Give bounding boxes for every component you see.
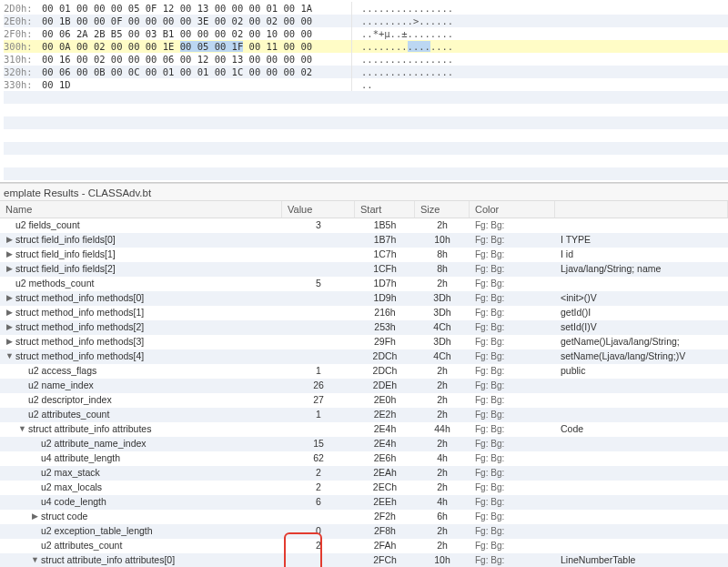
chevron-right-icon[interactable]: ▶ xyxy=(5,233,14,247)
hex-bytes[interactable]: 00 01 00 00 00 05 0F 12 00 13 00 00 00 0… xyxy=(42,2,351,15)
cell-value[interactable] xyxy=(282,553,355,567)
table-row[interactable]: ▶struct method_info methods[0]1D9h3DhFg:… xyxy=(0,291,728,306)
col-header-comment[interactable] xyxy=(555,201,728,218)
cell-color[interactable]: Fg: Bg: xyxy=(470,408,555,421)
cell-color[interactable]: Fg: Bg: xyxy=(470,233,555,247)
hex-row[interactable]: 2E0h:00 1B 00 00 0F 00 00 00 00 3E 00 02… xyxy=(4,15,728,27)
cell-value[interactable]: 2 xyxy=(282,481,355,494)
hex-row[interactable]: 310h:00 16 00 02 00 00 00 06 00 12 00 13… xyxy=(4,53,728,66)
col-header-start[interactable]: Start xyxy=(355,201,415,218)
cell-value[interactable] xyxy=(282,291,355,305)
cell-value[interactable] xyxy=(282,320,355,334)
chevron-right-icon[interactable]: ▶ xyxy=(5,291,14,305)
cell-name[interactable]: u2 access_flags xyxy=(0,364,282,378)
cell-name[interactable]: u2 max_stack xyxy=(0,466,282,480)
cell-color[interactable]: Fg: Bg: xyxy=(470,364,555,378)
cell-value[interactable]: 15 xyxy=(282,437,355,451)
cell-value[interactable]: 27 xyxy=(282,393,355,407)
cell-name[interactable]: ▼struct attribute_info attributes xyxy=(0,422,282,436)
hex-bytes[interactable]: 00 16 00 02 00 00 00 06 00 12 00 13 00 0… xyxy=(42,53,351,66)
table-row[interactable]: u2 access_flags12DCh2hFg: Bg:public xyxy=(0,364,728,379)
cell-color[interactable]: Fg: Bg: xyxy=(470,335,555,349)
cell-value[interactable]: 1 xyxy=(282,408,355,421)
cell-name[interactable]: u4 code_length xyxy=(0,495,282,509)
cell-color[interactable]: Fg: Bg: xyxy=(470,306,555,319)
table-row[interactable]: u4 attribute_length622E6h4hFg: Bg: xyxy=(0,451,728,466)
table-row[interactable]: u2 fields_count31B5h2hFg: Bg: xyxy=(0,218,728,233)
table-row[interactable]: ▼struct method_info methods[4]2DCh4ChFg:… xyxy=(0,349,728,364)
table-row[interactable]: u2 max_stack22EAh2hFg: Bg: xyxy=(0,466,728,481)
cell-name[interactable]: u2 methods_count xyxy=(0,277,282,290)
table-row[interactable]: ▶struct field_info fields[1]1C7h8hFg: Bg… xyxy=(0,248,728,262)
chevron-down-icon[interactable]: ▼ xyxy=(5,349,14,363)
col-header-size[interactable]: Size xyxy=(415,201,470,218)
table-row[interactable]: ▶struct code2F2h6hFg: Bg: xyxy=(0,510,728,524)
hex-bytes[interactable]: 00 06 00 0B 00 0C 00 01 00 01 00 1C 00 0… xyxy=(42,66,351,78)
cell-color[interactable]: Fg: Bg: xyxy=(470,510,555,523)
cell-value[interactable]: 0 xyxy=(282,524,355,538)
cell-value[interactable] xyxy=(282,335,355,349)
cell-value[interactable]: 3 xyxy=(282,218,355,232)
cell-value[interactable] xyxy=(282,233,355,247)
cell-color[interactable]: Fg: Bg: xyxy=(470,553,555,567)
chevron-right-icon[interactable]: ▶ xyxy=(5,262,14,276)
chevron-right-icon[interactable]: ▶ xyxy=(5,306,14,319)
hex-row[interactable]: 2F0h:00 06 2A 2B B5 00 03 B1 00 00 00 02… xyxy=(4,27,728,40)
cell-value[interactable] xyxy=(282,422,355,436)
cell-color[interactable]: Fg: Bg: xyxy=(470,495,555,509)
col-header-color[interactable]: Color xyxy=(470,201,555,218)
cell-color[interactable]: Fg: Bg: xyxy=(470,466,555,480)
cell-name[interactable]: ▶struct method_info methods[3] xyxy=(0,335,282,349)
chevron-right-icon[interactable]: ▶ xyxy=(31,510,39,523)
cell-color[interactable]: Fg: Bg: xyxy=(470,451,555,465)
table-row[interactable]: u2 exception_table_length02F8h2hFg: Bg: xyxy=(0,524,728,539)
cell-name[interactable]: u2 name_index xyxy=(0,379,282,392)
table-row[interactable]: u2 attribute_name_index152E4h2hFg: Bg: xyxy=(0,437,728,451)
chevron-down-icon[interactable]: ▼ xyxy=(18,422,26,436)
cell-name[interactable]: u4 attribute_length xyxy=(0,451,282,465)
cell-color[interactable]: Fg: Bg: xyxy=(470,539,555,552)
cell-name[interactable]: ▶struct field_info fields[2] xyxy=(0,262,282,276)
table-row[interactable]: ▼struct attribute_info attributes[0]2FCh… xyxy=(0,553,728,567)
cell-color[interactable]: Fg: Bg: xyxy=(470,481,555,494)
cell-name[interactable]: ▶struct field_info fields[0] xyxy=(0,233,282,247)
cell-name[interactable]: u2 exception_table_length xyxy=(0,524,282,538)
cell-value[interactable]: 6 xyxy=(282,495,355,509)
cell-color[interactable]: Fg: Bg: xyxy=(470,291,555,305)
table-row[interactable]: ▶struct field_info fields[2]1CFh8hFg: Bg… xyxy=(0,262,728,277)
cell-name[interactable]: u2 max_locals xyxy=(0,481,282,494)
table-row[interactable]: u2 name_index262DEh2hFg: Bg: xyxy=(0,379,728,393)
cell-color[interactable]: Fg: Bg: xyxy=(470,422,555,436)
template-results-grid[interactable]: Name Value Start Size Color u2 fields_co… xyxy=(0,201,728,567)
cell-name[interactable]: u2 attribute_name_index xyxy=(0,437,282,451)
hex-bytes[interactable]: 00 0A 00 02 00 00 00 1E 00 05 00 1F 00 1… xyxy=(42,40,351,53)
chevron-right-icon[interactable]: ▶ xyxy=(5,320,14,334)
col-header-value[interactable]: Value xyxy=(282,201,355,218)
cell-name[interactable]: ▼struct attribute_info attributes[0] xyxy=(0,553,282,567)
table-row[interactable]: u2 attributes_count12E2h2hFg: Bg: xyxy=(0,408,728,422)
cell-value[interactable] xyxy=(282,510,355,523)
cell-color[interactable]: Fg: Bg: xyxy=(470,393,555,407)
cell-value[interactable]: 26 xyxy=(282,379,355,392)
cell-value[interactable] xyxy=(282,349,355,363)
cell-name[interactable]: ▶struct method_info methods[1] xyxy=(0,306,282,319)
cell-name[interactable]: ▶struct method_info methods[2] xyxy=(0,320,282,334)
cell-name[interactable]: u2 attributes_count xyxy=(0,408,282,421)
hex-selection[interactable]: 00 05 00 1F xyxy=(180,41,244,52)
cell-color[interactable]: Fg: Bg: xyxy=(470,277,555,290)
cell-value[interactable]: 5 xyxy=(282,277,355,290)
cell-value[interactable] xyxy=(282,306,355,319)
cell-value[interactable]: 2 xyxy=(282,466,355,480)
cell-color[interactable]: Fg: Bg: xyxy=(470,437,555,451)
hex-viewer[interactable]: 2D0h:00 01 00 00 00 05 0F 12 00 13 00 00… xyxy=(0,0,728,183)
hex-row[interactable]: 300h:00 0A 00 02 00 00 00 1E 00 05 00 1F… xyxy=(4,40,728,53)
table-row[interactable]: u2 attributes_count22FAh2hFg: Bg: xyxy=(0,539,728,553)
cell-color[interactable]: Fg: Bg: xyxy=(470,320,555,334)
table-row[interactable]: u2 max_locals22ECh2hFg: Bg: xyxy=(0,481,728,495)
table-row[interactable]: ▶struct method_info methods[3]29Fh3DhFg:… xyxy=(0,335,728,349)
cell-color[interactable]: Fg: Bg: xyxy=(470,248,555,261)
cell-value[interactable]: 62 xyxy=(282,451,355,465)
hex-row[interactable]: 330h:00 1D.. xyxy=(4,78,728,91)
cell-color[interactable]: Fg: Bg: xyxy=(470,379,555,392)
table-row[interactable]: ▼struct attribute_info attributes2E4h44h… xyxy=(0,422,728,437)
